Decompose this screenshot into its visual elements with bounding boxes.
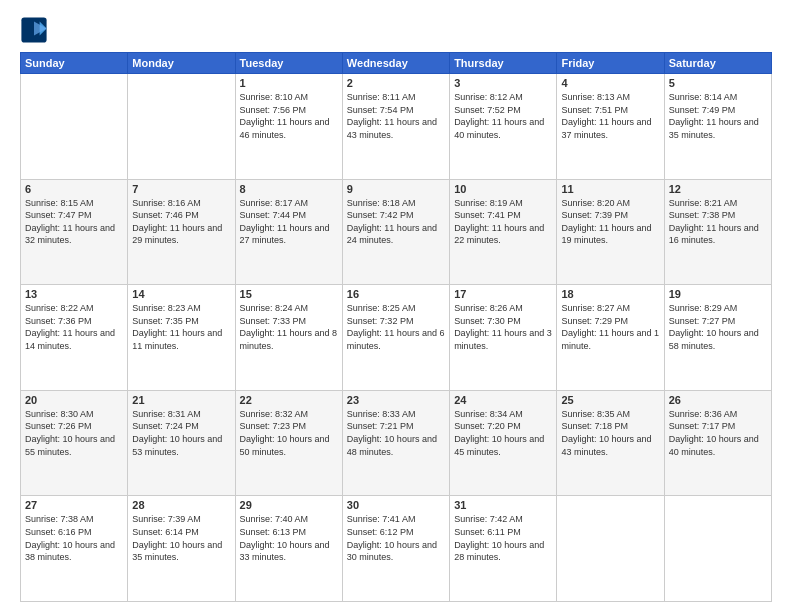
logo-icon (20, 16, 48, 44)
day-number: 25 (561, 394, 659, 406)
calendar-cell (21, 74, 128, 180)
weekday-header-tuesday: Tuesday (235, 53, 342, 74)
day-info: Sunrise: 8:14 AM Sunset: 7:49 PM Dayligh… (669, 91, 767, 141)
day-info: Sunrise: 8:32 AM Sunset: 7:23 PM Dayligh… (240, 408, 338, 458)
weekday-header-sunday: Sunday (21, 53, 128, 74)
calendar-cell: 9Sunrise: 8:18 AM Sunset: 7:42 PM Daylig… (342, 179, 449, 285)
day-number: 8 (240, 183, 338, 195)
weekday-header-saturday: Saturday (664, 53, 771, 74)
calendar-cell: 11Sunrise: 8:20 AM Sunset: 7:39 PM Dayli… (557, 179, 664, 285)
day-info: Sunrise: 7:38 AM Sunset: 6:16 PM Dayligh… (25, 513, 123, 563)
calendar-cell: 30Sunrise: 7:41 AM Sunset: 6:12 PM Dayli… (342, 496, 449, 602)
day-number: 7 (132, 183, 230, 195)
day-number: 5 (669, 77, 767, 89)
calendar-cell: 6Sunrise: 8:15 AM Sunset: 7:47 PM Daylig… (21, 179, 128, 285)
week-row-3: 13Sunrise: 8:22 AM Sunset: 7:36 PM Dayli… (21, 285, 772, 391)
calendar-cell: 28Sunrise: 7:39 AM Sunset: 6:14 PM Dayli… (128, 496, 235, 602)
weekday-header-friday: Friday (557, 53, 664, 74)
day-info: Sunrise: 8:24 AM Sunset: 7:33 PM Dayligh… (240, 302, 338, 352)
day-info: Sunrise: 8:34 AM Sunset: 7:20 PM Dayligh… (454, 408, 552, 458)
day-number: 6 (25, 183, 123, 195)
day-info: Sunrise: 8:36 AM Sunset: 7:17 PM Dayligh… (669, 408, 767, 458)
calendar-cell: 24Sunrise: 8:34 AM Sunset: 7:20 PM Dayli… (450, 390, 557, 496)
calendar: SundayMondayTuesdayWednesdayThursdayFrid… (20, 52, 772, 602)
day-number: 13 (25, 288, 123, 300)
day-number: 22 (240, 394, 338, 406)
day-number: 31 (454, 499, 552, 511)
day-info: Sunrise: 8:18 AM Sunset: 7:42 PM Dayligh… (347, 197, 445, 247)
day-number: 15 (240, 288, 338, 300)
day-info: Sunrise: 8:23 AM Sunset: 7:35 PM Dayligh… (132, 302, 230, 352)
day-number: 20 (25, 394, 123, 406)
calendar-cell: 22Sunrise: 8:32 AM Sunset: 7:23 PM Dayli… (235, 390, 342, 496)
day-number: 2 (347, 77, 445, 89)
day-number: 23 (347, 394, 445, 406)
day-number: 10 (454, 183, 552, 195)
day-info: Sunrise: 8:33 AM Sunset: 7:21 PM Dayligh… (347, 408, 445, 458)
day-info: Sunrise: 8:31 AM Sunset: 7:24 PM Dayligh… (132, 408, 230, 458)
calendar-cell: 15Sunrise: 8:24 AM Sunset: 7:33 PM Dayli… (235, 285, 342, 391)
day-info: Sunrise: 8:19 AM Sunset: 7:41 PM Dayligh… (454, 197, 552, 247)
week-row-1: 1Sunrise: 8:10 AM Sunset: 7:56 PM Daylig… (21, 74, 772, 180)
weekday-header-monday: Monday (128, 53, 235, 74)
day-info: Sunrise: 7:40 AM Sunset: 6:13 PM Dayligh… (240, 513, 338, 563)
calendar-cell: 12Sunrise: 8:21 AM Sunset: 7:38 PM Dayli… (664, 179, 771, 285)
day-number: 16 (347, 288, 445, 300)
day-number: 29 (240, 499, 338, 511)
day-info: Sunrise: 8:35 AM Sunset: 7:18 PM Dayligh… (561, 408, 659, 458)
day-number: 30 (347, 499, 445, 511)
calendar-cell: 13Sunrise: 8:22 AM Sunset: 7:36 PM Dayli… (21, 285, 128, 391)
day-info: Sunrise: 8:13 AM Sunset: 7:51 PM Dayligh… (561, 91, 659, 141)
calendar-cell: 29Sunrise: 7:40 AM Sunset: 6:13 PM Dayli… (235, 496, 342, 602)
day-info: Sunrise: 8:16 AM Sunset: 7:46 PM Dayligh… (132, 197, 230, 247)
day-number: 12 (669, 183, 767, 195)
calendar-cell: 3Sunrise: 8:12 AM Sunset: 7:52 PM Daylig… (450, 74, 557, 180)
day-number: 3 (454, 77, 552, 89)
calendar-body: 1Sunrise: 8:10 AM Sunset: 7:56 PM Daylig… (21, 74, 772, 602)
calendar-cell: 18Sunrise: 8:27 AM Sunset: 7:29 PM Dayli… (557, 285, 664, 391)
calendar-cell: 8Sunrise: 8:17 AM Sunset: 7:44 PM Daylig… (235, 179, 342, 285)
calendar-cell: 25Sunrise: 8:35 AM Sunset: 7:18 PM Dayli… (557, 390, 664, 496)
day-number: 19 (669, 288, 767, 300)
day-info: Sunrise: 8:20 AM Sunset: 7:39 PM Dayligh… (561, 197, 659, 247)
calendar-cell: 2Sunrise: 8:11 AM Sunset: 7:54 PM Daylig… (342, 74, 449, 180)
day-info: Sunrise: 8:22 AM Sunset: 7:36 PM Dayligh… (25, 302, 123, 352)
logo (20, 16, 52, 44)
calendar-cell: 19Sunrise: 8:29 AM Sunset: 7:27 PM Dayli… (664, 285, 771, 391)
day-number: 11 (561, 183, 659, 195)
calendar-cell: 20Sunrise: 8:30 AM Sunset: 7:26 PM Dayli… (21, 390, 128, 496)
calendar-cell: 23Sunrise: 8:33 AM Sunset: 7:21 PM Dayli… (342, 390, 449, 496)
day-info: Sunrise: 8:12 AM Sunset: 7:52 PM Dayligh… (454, 91, 552, 141)
header (20, 16, 772, 44)
day-number: 14 (132, 288, 230, 300)
calendar-cell: 5Sunrise: 8:14 AM Sunset: 7:49 PM Daylig… (664, 74, 771, 180)
day-info: Sunrise: 8:29 AM Sunset: 7:27 PM Dayligh… (669, 302, 767, 352)
day-info: Sunrise: 8:15 AM Sunset: 7:47 PM Dayligh… (25, 197, 123, 247)
calendar-cell: 21Sunrise: 8:31 AM Sunset: 7:24 PM Dayli… (128, 390, 235, 496)
day-info: Sunrise: 8:11 AM Sunset: 7:54 PM Dayligh… (347, 91, 445, 141)
weekday-header-wednesday: Wednesday (342, 53, 449, 74)
weekday-header-thursday: Thursday (450, 53, 557, 74)
calendar-cell: 17Sunrise: 8:26 AM Sunset: 7:30 PM Dayli… (450, 285, 557, 391)
week-row-2: 6Sunrise: 8:15 AM Sunset: 7:47 PM Daylig… (21, 179, 772, 285)
day-number: 26 (669, 394, 767, 406)
calendar-cell: 16Sunrise: 8:25 AM Sunset: 7:32 PM Dayli… (342, 285, 449, 391)
calendar-cell: 7Sunrise: 8:16 AM Sunset: 7:46 PM Daylig… (128, 179, 235, 285)
day-number: 21 (132, 394, 230, 406)
calendar-cell: 1Sunrise: 8:10 AM Sunset: 7:56 PM Daylig… (235, 74, 342, 180)
day-number: 28 (132, 499, 230, 511)
day-info: Sunrise: 8:17 AM Sunset: 7:44 PM Dayligh… (240, 197, 338, 247)
day-number: 27 (25, 499, 123, 511)
day-number: 9 (347, 183, 445, 195)
calendar-cell (557, 496, 664, 602)
day-info: Sunrise: 7:39 AM Sunset: 6:14 PM Dayligh… (132, 513, 230, 563)
day-info: Sunrise: 7:41 AM Sunset: 6:12 PM Dayligh… (347, 513, 445, 563)
day-number: 4 (561, 77, 659, 89)
calendar-cell (664, 496, 771, 602)
calendar-cell (128, 74, 235, 180)
week-row-5: 27Sunrise: 7:38 AM Sunset: 6:16 PM Dayli… (21, 496, 772, 602)
day-number: 17 (454, 288, 552, 300)
weekday-row: SundayMondayTuesdayWednesdayThursdayFrid… (21, 53, 772, 74)
calendar-cell: 14Sunrise: 8:23 AM Sunset: 7:35 PM Dayli… (128, 285, 235, 391)
day-info: Sunrise: 8:27 AM Sunset: 7:29 PM Dayligh… (561, 302, 659, 352)
